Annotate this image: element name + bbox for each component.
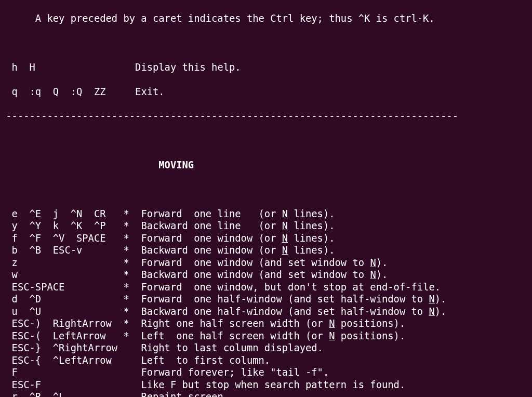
- star-marker: *: [117, 220, 141, 231]
- moving-cmd-line: d ^D * Forward one half-window (and set …: [0, 293, 532, 306]
- pad: [117, 342, 141, 353]
- n-placeholder: N: [370, 257, 376, 268]
- cmd-keys: u ^U: [0, 306, 117, 317]
- pad: [117, 355, 141, 366]
- n-placeholder: N: [429, 294, 434, 305]
- star-marker: *: [117, 330, 141, 341]
- cmd-desc-post: lines).: [288, 208, 335, 219]
- pad: [117, 379, 141, 390]
- n-placeholder: N: [429, 306, 434, 317]
- cmd-keys: ESC-) RightArrow: [0, 318, 117, 329]
- n-placeholder: N: [329, 330, 335, 341]
- cmd-desc-post: ).: [435, 306, 447, 317]
- cmd-keys: b ^B ESC-v: [0, 245, 117, 256]
- cmd-desc-post: ).: [376, 269, 388, 280]
- cmd-keys: ESC-SPACE: [0, 282, 117, 293]
- star-marker: *: [117, 282, 141, 293]
- star-marker: *: [117, 257, 141, 268]
- moving-cmd-line: w * Backward one window (and set window …: [0, 269, 532, 281]
- cmd-desc-post: positions).: [335, 318, 406, 329]
- cmd-keys: r ^R ^L: [0, 391, 117, 397]
- cmd-keys: ESC-{ ^LeftArrow: [0, 355, 117, 366]
- cmd-keys: w: [0, 269, 117, 280]
- cmd-desc-post: positions).: [335, 330, 406, 341]
- cmd-desc-post: lines).: [288, 233, 335, 244]
- cmd-keys: f ^F ^V SPACE: [0, 233, 117, 244]
- moving-cmd-line: z * Forward one window (and set window t…: [0, 257, 532, 269]
- moving-commands: e ^E j ^N CR * Forward one line (or N li…: [0, 208, 532, 398]
- cmd-desc: Left one half screen width (or: [141, 330, 329, 341]
- cmd-desc-post: lines).: [288, 220, 335, 231]
- section-title-line: MOVING: [0, 159, 532, 171]
- star-marker: *: [117, 269, 141, 280]
- star-marker: *: [117, 318, 141, 329]
- star-marker: *: [117, 294, 141, 305]
- cmd-desc: Forward one window (or: [141, 233, 282, 244]
- cmd-keys: y ^Y k ^K ^P: [0, 220, 117, 231]
- star-marker: *: [117, 208, 141, 219]
- cmd-keys: z: [0, 257, 117, 268]
- star-marker: *: [117, 233, 141, 244]
- cmd-keys: F: [0, 367, 117, 378]
- section-title-moving: MOVING: [158, 160, 194, 170]
- cmd-desc: Forward one half-window (and set half-wi…: [141, 294, 429, 305]
- cmd-desc: Forward one window, but don't stop at en…: [141, 282, 441, 293]
- n-placeholder: N: [370, 269, 376, 280]
- cmd-keys: ESC-F: [0, 379, 117, 390]
- moving-cmd-line: e ^E j ^N CR * Forward one line (or N li…: [0, 208, 532, 220]
- moving-cmd-line: ESC-SPACE * Forward one window, but don'…: [0, 281, 532, 294]
- moving-cmd-line: ESC-} ^RightArrow Right to last column d…: [0, 342, 532, 354]
- cmd-keys: ESC-} ^RightArrow: [0, 342, 117, 353]
- moving-cmd-line: F Forward forever; like "tail -f".: [0, 366, 532, 379]
- star-marker: *: [117, 306, 141, 317]
- intro-line: A key preceded by a caret indicates the …: [0, 12, 532, 25]
- cmd-keys: d ^D: [0, 294, 117, 305]
- cmd-keys: e ^E j ^N CR: [0, 208, 117, 219]
- cmd-desc-post: ).: [435, 294, 447, 305]
- cmd-desc: Like F but stop when search pattern is f…: [141, 379, 405, 390]
- moving-cmd-line: ESC-) RightArrow * Right one half screen…: [0, 317, 532, 330]
- moving-cmd-line: ESC-{ ^LeftArrow Left to first column.: [0, 354, 532, 367]
- star-marker: *: [117, 245, 141, 256]
- n-placeholder: N: [282, 220, 288, 231]
- cmd-desc: Backward one window (or: [141, 245, 282, 256]
- hr: ----------------------------------------…: [0, 110, 532, 123]
- n-placeholder: N: [282, 208, 288, 219]
- quit-desc: Exit.: [135, 86, 165, 97]
- blank-line: [0, 135, 532, 147]
- pad: [106, 86, 136, 97]
- moving-cmd-line: ESC-F Like F but stop when search patter…: [0, 379, 532, 391]
- moving-cmd-line: r ^R ^L Repaint screen.: [0, 391, 532, 397]
- cmd-desc-post: lines).: [288, 245, 335, 256]
- cmd-desc: Forward one window (and set window to: [141, 257, 370, 268]
- cmd-desc: Right to last column displayed.: [141, 342, 323, 353]
- n-placeholder: N: [282, 233, 288, 244]
- cmd-desc: Left to first column.: [141, 355, 270, 366]
- help-keys: h H: [0, 62, 35, 73]
- cmd-desc-post: ).: [376, 257, 388, 268]
- terminal-output: A key preceded by a caret indicates the …: [0, 0, 532, 397]
- help-desc: Display this help.: [135, 62, 241, 73]
- blank-line: [0, 183, 532, 196]
- moving-cmd-line: ESC-( LeftArrow * Left one half screen w…: [0, 330, 532, 342]
- cmd-desc: Backward one half-window (and set half-w…: [141, 306, 429, 317]
- pad: [35, 62, 135, 73]
- pad: [117, 391, 141, 397]
- quit-keys: q :q Q :Q ZZ: [0, 86, 106, 97]
- blank-line: [0, 37, 532, 49]
- moving-cmd-line: b ^B ESC-v * Backward one window (or N l…: [0, 244, 532, 257]
- moving-cmd-line: f ^F ^V SPACE * Forward one window (or N…: [0, 232, 532, 245]
- moving-cmd-line: u ^U * Backward one half-window (and set…: [0, 306, 532, 318]
- n-placeholder: N: [329, 318, 335, 329]
- cmd-desc: Forward forever; like "tail -f".: [141, 367, 329, 378]
- cmd-desc: Backward one window (and set window to: [141, 269, 370, 280]
- help-cmd-line: h H Display this help.: [0, 61, 532, 74]
- cmd-desc: Repaint screen.: [141, 391, 229, 397]
- cmd-keys: ESC-( LeftArrow: [0, 330, 117, 341]
- quit-cmd-line: q :q Q :Q ZZ Exit.: [0, 86, 532, 98]
- cmd-desc: Right one half screen width (or: [141, 318, 329, 329]
- cmd-desc: Backward one line (or: [141, 220, 282, 231]
- pad: [117, 367, 141, 378]
- cmd-desc: Forward one line (or: [141, 208, 282, 219]
- n-placeholder: N: [282, 245, 288, 256]
